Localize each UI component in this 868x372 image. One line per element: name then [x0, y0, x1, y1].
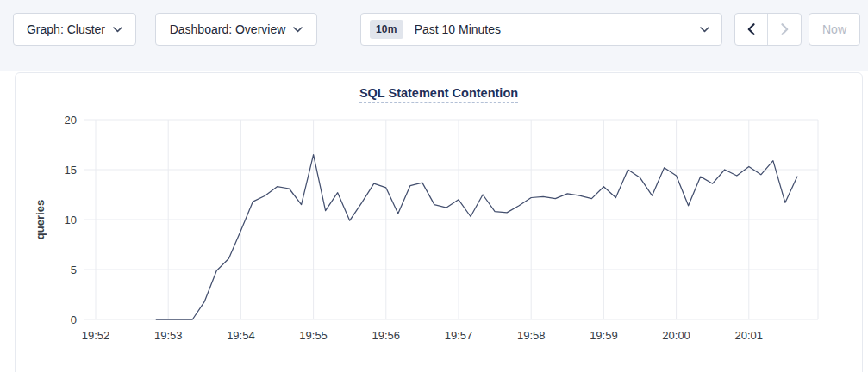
x-tick-label: 19:52	[82, 329, 110, 342]
y-axis-label: queries	[34, 200, 47, 239]
next-range-button[interactable]	[768, 14, 801, 45]
dashboard-dropdown-label: Dashboard: Overview	[170, 22, 286, 36]
x-tick-label: 19:55	[299, 329, 328, 342]
x-tick-label: 19:58	[517, 329, 546, 342]
toolbar: Graph: Cluster Dashboard: Overview 10m P…	[0, 0, 868, 71]
x-tick-label: 19:59	[590, 329, 618, 342]
now-button[interactable]: Now	[809, 13, 860, 46]
dashboard-dropdown[interactable]: Dashboard: Overview	[155, 13, 317, 46]
gridlines	[84, 120, 818, 319]
sql-contention-chart[interactable]: 0510152019:5219:5319:5419:5519:5619:5719…	[16, 73, 864, 372]
time-range-label: Past 10 Minutes	[415, 22, 501, 36]
series-line	[156, 155, 797, 319]
prev-range-button[interactable]	[735, 14, 768, 45]
chevron-down-icon	[700, 27, 709, 33]
y-tick-label: 5	[71, 264, 77, 276]
chevron-right-icon	[781, 23, 789, 35]
graph-dropdown[interactable]: Graph: Cluster	[13, 13, 136, 46]
x-tick-label: 20:01	[735, 329, 764, 342]
x-tick-label: 19:57	[445, 329, 473, 342]
y-tick-label: 0	[71, 313, 77, 326]
y-tick-label: 20	[65, 114, 77, 127]
time-range-dropdown[interactable]: 10m Past 10 Minutes	[360, 13, 722, 46]
chart-card: 0510152019:5219:5319:5419:5519:5619:5719…	[15, 72, 863, 372]
time-window-badge: 10m	[370, 20, 403, 39]
chart-title[interactable]: SQL Statement Contention	[359, 86, 518, 103]
y-tick-label: 10	[65, 214, 77, 226]
y-tick-label: 15	[65, 164, 77, 177]
chart-title-row: SQL Statement Contention	[16, 85, 862, 103]
chevron-down-icon	[293, 27, 303, 33]
x-tick-label: 20:00	[662, 329, 690, 342]
chevron-left-icon	[747, 23, 755, 35]
axis-labels: 0510152019:5219:5319:5419:5519:5619:5719…	[34, 114, 763, 343]
x-tick-label: 19:53	[154, 329, 183, 342]
x-tick-label: 19:54	[227, 329, 255, 342]
time-range-stepper	[734, 13, 802, 46]
graph-dropdown-label: Graph: Cluster	[27, 22, 105, 36]
now-button-label: Now	[822, 22, 846, 36]
x-tick-label: 19:56	[372, 329, 401, 342]
chevron-down-icon	[113, 27, 122, 33]
toolbar-divider	[340, 12, 340, 46]
